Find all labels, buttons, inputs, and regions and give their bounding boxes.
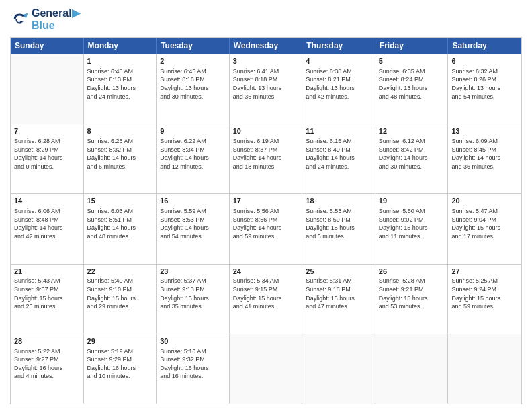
day-number: 26: [379, 267, 445, 277]
cell-info-line: and 54 minutes.: [451, 93, 518, 101]
calendar-cell: 9Sunrise: 6:22 AMSunset: 8:34 PMDaylight…: [157, 124, 230, 193]
cell-info-line: Daylight: 15 hours: [379, 224, 445, 232]
day-number: 5: [379, 56, 445, 66]
cell-info-line: Sunrise: 6:38 AM: [306, 67, 371, 76]
cell-info-line: Daylight: 13 hours: [379, 84, 445, 93]
day-number: 16: [160, 196, 226, 206]
day-number: 14: [14, 196, 80, 206]
header-day-wednesday: Wednesday: [230, 38, 303, 54]
cell-info-line: Sunset: 8:13 PM: [87, 75, 153, 84]
cell-info-line: Daylight: 15 hours: [306, 294, 371, 303]
calendar-cell: 27Sunrise: 5:25 AMSunset: 9:24 PMDayligh…: [448, 265, 521, 334]
calendar-cell: 10Sunrise: 6:19 AMSunset: 8:37 PMDayligh…: [230, 124, 303, 193]
logo: General▶ Blue: [10, 7, 80, 32]
header-day-thursday: Thursday: [302, 38, 375, 54]
calendar-week-3: 14Sunrise: 6:06 AMSunset: 8:48 PMDayligh…: [11, 193, 521, 263]
cell-info-line: Sunrise: 6:19 AM: [233, 137, 299, 146]
calendar-cell: 16Sunrise: 5:59 AMSunset: 8:53 PMDayligh…: [157, 194, 230, 263]
cell-info-line: Sunset: 8:32 PM: [87, 146, 153, 154]
cell-info-line: and 42 minutes.: [306, 93, 371, 101]
header: General▶ Blue: [10, 7, 522, 32]
cell-info-line: Daylight: 14 hours: [233, 154, 299, 163]
calendar-cell: 15Sunrise: 6:03 AMSunset: 8:51 PMDayligh…: [84, 194, 157, 263]
calendar-week-1: 1Sunrise: 6:48 AMSunset: 8:13 PMDaylight…: [11, 54, 521, 124]
calendar-body: 1Sunrise: 6:48 AMSunset: 8:13 PMDaylight…: [11, 54, 521, 404]
cell-info-line: Sunset: 9:32 PM: [160, 355, 226, 364]
cell-info-line: and 5 minutes.: [306, 232, 371, 241]
cell-info-line: Sunrise: 6:48 AM: [87, 67, 153, 76]
cell-info-line: Sunset: 8:37 PM: [233, 146, 299, 154]
cell-info-line: Sunrise: 6:32 AM: [451, 67, 518, 76]
cell-info-line: Sunset: 8:48 PM: [14, 216, 80, 224]
cell-info-line: Daylight: 13 hours: [160, 84, 226, 93]
cell-info-line: Sunrise: 6:35 AM: [379, 67, 445, 76]
cell-info-line: Sunrise: 5:28 AM: [379, 277, 445, 285]
cell-info-line: Sunrise: 6:45 AM: [160, 67, 226, 76]
cell-info-line: Sunrise: 5:59 AM: [160, 207, 226, 216]
cell-info-line: and 48 minutes.: [87, 232, 153, 241]
header-day-saturday: Saturday: [448, 38, 521, 54]
cell-info-line: Daylight: 14 hours: [87, 224, 153, 232]
day-number: 11: [306, 126, 371, 136]
logo-text: General▶ Blue: [32, 7, 80, 32]
calendar-cell: 8Sunrise: 6:25 AMSunset: 8:32 PMDaylight…: [84, 124, 157, 193]
cell-info-line: Sunset: 9:10 PM: [87, 285, 153, 294]
cell-info-line: Daylight: 16 hours: [160, 364, 226, 373]
cell-info-line: Daylight: 14 hours: [160, 154, 226, 163]
cell-info-line: Sunrise: 5:22 AM: [14, 347, 80, 356]
cell-info-line: and 10 minutes.: [87, 372, 153, 381]
cell-info-line: Sunset: 9:13 PM: [160, 285, 226, 294]
cell-info-line: Sunrise: 5:16 AM: [160, 347, 226, 356]
cell-info-line: Sunrise: 6:03 AM: [87, 207, 153, 216]
day-number: 21: [14, 267, 80, 277]
cell-info-line: and 59 minutes.: [233, 232, 299, 241]
calendar-cell: 5Sunrise: 6:35 AMSunset: 8:24 PMDaylight…: [375, 54, 449, 124]
cell-info-line: Sunset: 9:27 PM: [14, 355, 80, 364]
cell-info-line: and 36 minutes.: [233, 93, 299, 101]
cell-info-line: Sunrise: 5:31 AM: [306, 277, 371, 285]
cell-info-line: Sunrise: 5:19 AM: [87, 347, 153, 356]
day-number: 4: [306, 56, 371, 66]
cell-info-line: Daylight: 14 hours: [451, 154, 518, 163]
calendar-cell: 4Sunrise: 6:38 AMSunset: 8:21 PMDaylight…: [302, 54, 375, 124]
day-number: 15: [87, 196, 153, 206]
cell-info-line: and 54 minutes.: [160, 232, 226, 241]
calendar-week-5: 28Sunrise: 5:22 AMSunset: 9:27 PMDayligh…: [11, 334, 521, 404]
calendar-cell: [448, 334, 521, 404]
cell-info-line: Sunrise: 5:47 AM: [451, 207, 518, 216]
cell-info-line: Sunset: 8:59 PM: [306, 216, 371, 224]
cell-info-line: Sunset: 9:29 PM: [87, 355, 153, 364]
cell-info-line: Sunrise: 5:50 AM: [379, 207, 445, 216]
cell-info-line: Sunset: 8:26 PM: [451, 75, 518, 84]
logo-icon: [10, 10, 29, 29]
cell-info-line: Sunset: 8:16 PM: [160, 75, 226, 84]
cell-info-line: Daylight: 14 hours: [306, 154, 371, 163]
cell-info-line: and 30 minutes.: [379, 163, 445, 171]
cell-info-line: Daylight: 15 hours: [160, 294, 226, 303]
cell-info-line: and 36 minutes.: [451, 163, 518, 171]
cell-info-line: Daylight: 16 hours: [87, 364, 153, 373]
calendar-cell: 19Sunrise: 5:50 AMSunset: 9:02 PMDayligh…: [375, 194, 449, 263]
cell-info-line: Sunrise: 6:25 AM: [87, 137, 153, 146]
day-number: 22: [87, 267, 153, 277]
cell-info-line: and 24 minutes.: [306, 163, 371, 171]
day-number: 30: [160, 336, 226, 347]
cell-info-line: and 16 minutes.: [160, 372, 226, 381]
calendar-cell: 28Sunrise: 5:22 AMSunset: 9:27 PMDayligh…: [11, 334, 84, 404]
cell-info-line: Sunset: 9:21 PM: [379, 285, 445, 294]
cell-info-line: Sunset: 8:34 PM: [160, 146, 226, 154]
cell-info-line: and 53 minutes.: [379, 302, 445, 311]
calendar-cell: 17Sunrise: 5:56 AMSunset: 8:56 PMDayligh…: [230, 194, 303, 263]
calendar-cell: 14Sunrise: 6:06 AMSunset: 8:48 PMDayligh…: [11, 194, 84, 263]
day-number: 7: [14, 126, 80, 136]
calendar-cell: 30Sunrise: 5:16 AMSunset: 9:32 PMDayligh…: [157, 334, 230, 404]
day-number: 3: [233, 56, 299, 66]
header-day-sunday: Sunday: [11, 38, 84, 54]
cell-info-line: and 59 minutes.: [451, 302, 518, 311]
cell-info-line: Sunset: 8:56 PM: [233, 216, 299, 224]
calendar-cell: [302, 334, 375, 404]
day-number: 23: [160, 267, 226, 277]
cell-info-line: Daylight: 15 hours: [451, 294, 518, 303]
cell-info-line: Daylight: 13 hours: [233, 84, 299, 93]
cell-info-line: Daylight: 14 hours: [14, 224, 80, 232]
